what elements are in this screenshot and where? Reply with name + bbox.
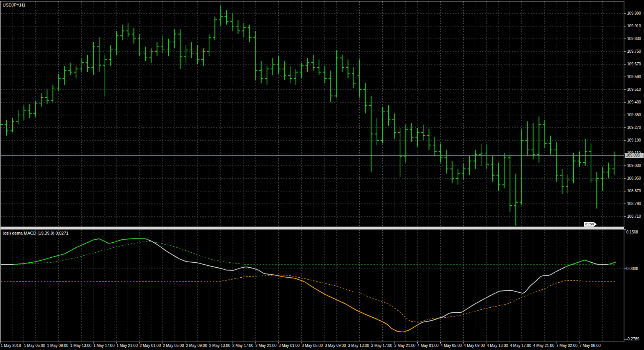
time-axis-label: 4 May 05:00	[441, 343, 462, 348]
time-axis-label: 1 May 09:00	[47, 343, 68, 348]
indicator-axis-label: 0.0000	[626, 267, 638, 271]
price-axis-label: 109.670	[627, 62, 641, 67]
time-axis-label: 7 May 06:00	[579, 343, 601, 348]
time-axis-label: 3 May 09:00	[325, 343, 346, 348]
price-axis-label: 109.910	[627, 24, 641, 28]
price-axis-label: 109.750	[627, 49, 641, 54]
price-axis-label: 109.590	[627, 75, 641, 79]
time-axis-label: 4 May 17:00	[510, 343, 531, 348]
time-axis-label: 3 May 01:00	[279, 343, 300, 348]
time-axis-label: 4 May 21:00	[533, 343, 554, 348]
time-axis-label: 1 May 13:00	[70, 343, 91, 348]
time-axis-label: 2 May 17:00	[232, 343, 253, 348]
indicator-axis-label: 0.1568	[626, 230, 638, 235]
price-axis-label: 108.710	[627, 214, 641, 219]
time-axis-label: 4 May 13:00	[487, 343, 508, 348]
time-axis-label: 1 May 17:00	[93, 343, 115, 348]
time-axis-label: 2 May 13:00	[209, 343, 230, 348]
time-axis-label: 3 May 21:00	[394, 343, 415, 348]
symbol-period-label: USDJPY,H1	[3, 3, 25, 8]
price-axis-label: 108.950	[627, 176, 641, 181]
indicator-panel[interactable]	[0, 229, 624, 342]
price-axis-label: 109.830	[627, 37, 641, 41]
price-axis-label: 109.990	[627, 11, 641, 16]
price-axis-label: 108.870	[627, 189, 641, 193]
time-axis-label: 4 May 09:00	[464, 343, 485, 348]
time-axis-label: 1 May 05:00	[24, 343, 45, 348]
time-axis-label: 1 May 21:00	[116, 343, 138, 348]
price-axis-label: 109.270	[627, 125, 641, 130]
price-axis-label: 109.030	[627, 163, 641, 168]
time-axis-label: 2 May 21:00	[256, 343, 277, 348]
main-chart-panel[interactable]	[0, 1, 624, 227]
time-axis-label: 2 May 01:00	[139, 343, 161, 348]
price-axis-label: 109.190	[627, 138, 641, 143]
price-axis-label: 108.790	[627, 202, 641, 206]
price-axis-label: 109.430	[627, 100, 641, 105]
indicator-axis-label: -0.2789	[626, 337, 639, 342]
time-axis-label: 2 May 05:00	[163, 343, 184, 348]
time-axis-label: 3 May 13:00	[348, 343, 369, 348]
price-axis-label: 109.510	[627, 87, 641, 92]
time-axis-label: 3 May 05:00	[302, 343, 323, 348]
time-axis-label: 1 May 2018	[1, 343, 21, 348]
current-price-badge: 109.095	[625, 153, 644, 158]
time-axis-label: 3 May 17:00	[371, 343, 392, 348]
time-axis-label: 7 May 02:00	[556, 343, 578, 348]
indicator-label: (dsl) dema MACD (19,39,9) 0.0271	[3, 231, 68, 236]
price-axis-label: 109.350	[627, 113, 641, 117]
time-axis-label: 4 May 01:00	[417, 343, 438, 348]
time-axis-label: 2 May 09:00	[186, 343, 207, 348]
